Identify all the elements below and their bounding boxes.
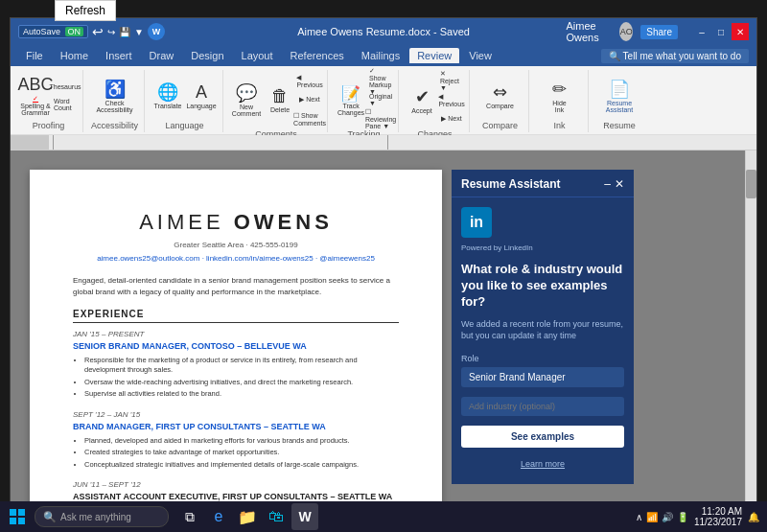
title-bar: AutoSave ON ↩ ↪ 💾 ▼ W Aimee Owens Resume… bbox=[11, 18, 756, 45]
show-comments-button[interactable]: ☐ Show Comments bbox=[298, 110, 321, 127]
word-count-button[interactable]: Word Count bbox=[54, 96, 77, 113]
linkedin-logo: in bbox=[461, 207, 492, 238]
refresh-button[interactable]: Refresh bbox=[55, 0, 116, 21]
document-paper[interactable]: AIMEE OWENS Greater Seattle Area · 425-5… bbox=[30, 170, 442, 503]
taskbar-right: ∧ 📶 🔊 🔋 11:20 AM 11/23/2017 🔔 bbox=[636, 506, 763, 527]
tab-design[interactable]: Design bbox=[183, 48, 231, 63]
ribbon-group-compare: ⇔ Compare Compare bbox=[472, 70, 529, 132]
ink-label: Ink bbox=[554, 121, 566, 130]
document-title: Aimee Owens Resume.docx - Saved bbox=[201, 26, 567, 37]
task-view-button[interactable]: ⧉ bbox=[176, 503, 203, 530]
experience-section-title: EXPERIENCE bbox=[73, 308, 399, 323]
previous-change-button[interactable]: ◀ Previous bbox=[440, 91, 463, 108]
volume-icon[interactable]: 🔊 bbox=[662, 512, 673, 522]
next-change-button[interactable]: ▶ Next bbox=[440, 110, 463, 127]
document-content[interactable]: AIMEE OWENS Greater Seattle Area · 425-5… bbox=[11, 150, 745, 503]
share-button[interactable]: Share bbox=[640, 25, 678, 39]
maximize-button[interactable]: □ bbox=[712, 23, 730, 40]
job-2-title: BRAND MANAGER, FIRST UP CONSULTANTS – SE… bbox=[73, 421, 399, 433]
network-icon[interactable]: 📶 bbox=[646, 512, 658, 522]
translate-button[interactable]: 🌐 Translate bbox=[152, 79, 183, 113]
chevron-up-icon[interactable]: ∧ bbox=[636, 512, 642, 522]
reviewing-pane-button[interactable]: ☐ Reviewing Pane ▼ bbox=[369, 110, 392, 127]
taskbar: 🔍 Ask me anything ⧉ e 📁 🛍 W ∧ 📶 🔊 🔋 11:2… bbox=[0, 501, 767, 532]
thesaurus-button[interactable]: Thesaurus bbox=[54, 78, 77, 95]
see-examples-button[interactable]: See examples bbox=[461, 426, 624, 448]
ribbon-group-changes: ✔ Accept ✕ Reject ▼ ◀ Previous ▶ Next Ch… bbox=[401, 70, 470, 132]
job-2: SEPT '12 – JAN '15 BRAND MANAGER, FIRST … bbox=[73, 409, 399, 470]
ribbon-group-comments: 💬 NewComment 🗑 Delete ◀ Previous ▶ Next … bbox=[225, 70, 328, 132]
tell-me-input[interactable]: 🔍 Tell me what you want to do bbox=[601, 49, 749, 63]
word-taskbar-icon[interactable]: W bbox=[291, 503, 318, 530]
job-1-title: SENIOR BRAND MANAGER, CONTOSO – BELLEVUE… bbox=[73, 340, 399, 353]
ruler bbox=[11, 135, 756, 150]
battery-icon: 🔋 bbox=[677, 512, 688, 522]
ribbon-tabs: File Home Insert Draw Design Layout Refe… bbox=[11, 45, 756, 66]
check-accessibility-button[interactable]: ♿ CheckAccessibility bbox=[100, 79, 130, 113]
taskbar-search[interactable]: 🔍 Ask me anything bbox=[35, 506, 169, 527]
save-icon[interactable]: 💾 bbox=[119, 27, 130, 37]
reject-button[interactable]: ✕ Reject ▼ bbox=[440, 72, 463, 89]
show-markup-button[interactable]: ✓ Show Markup ▼ bbox=[369, 72, 392, 89]
ribbon-group-accessibility: ♿ CheckAccessibility Accessibility bbox=[85, 70, 145, 132]
tab-file[interactable]: File bbox=[18, 48, 51, 63]
store-icon[interactable]: 🛍 bbox=[263, 503, 290, 530]
start-button[interactable] bbox=[4, 503, 31, 530]
compare-button[interactable]: ⇔ Compare bbox=[485, 79, 516, 113]
previous-comment-button[interactable]: ◀ Previous bbox=[298, 72, 321, 89]
job-3: JUN '11 – SEPT '12 ASSISTANT ACCOUNT EXE… bbox=[73, 479, 399, 503]
more-icon[interactable]: ▼ bbox=[134, 27, 144, 37]
next-comment-button[interactable]: ▶ Next bbox=[298, 91, 321, 108]
original-dropdown[interactable]: Original ▼ bbox=[369, 91, 392, 108]
tab-insert[interactable]: Insert bbox=[98, 48, 140, 63]
autosave-badge: AutoSave ON bbox=[18, 25, 88, 38]
accept-button[interactable]: ✔ Accept bbox=[407, 82, 437, 117]
tab-mailings[interactable]: Mailings bbox=[354, 48, 407, 63]
resume-assistant-minimize[interactable]: – bbox=[604, 177, 611, 191]
learn-more-link[interactable]: Learn more bbox=[461, 459, 624, 469]
title-bar-right: Aimee Owens AO Share – □ ✕ bbox=[567, 20, 750, 43]
tab-home[interactable]: Home bbox=[53, 48, 96, 63]
ribbon-group-language: 🌐 Translate A Language Language bbox=[147, 70, 223, 132]
resume-assistant-panel: Resume Assistant – ✕ in Powered by Linke… bbox=[452, 170, 634, 484]
delete-comment-button[interactable]: 🗑 Delete bbox=[265, 82, 295, 117]
resume-assistant-header: Resume Assistant – ✕ bbox=[452, 170, 634, 197]
proofing-label: Proofing bbox=[33, 121, 65, 130]
language-button[interactable]: A Language bbox=[186, 79, 217, 113]
search-icon: 🔍 bbox=[43, 511, 57, 523]
hide-ink-button[interactable]: ✏ HideInk bbox=[545, 79, 575, 113]
notification-icon[interactable]: 🔔 bbox=[748, 512, 759, 522]
ribbon-group-proofing: ABC ✓ Spelling &Grammar Thesaurus Word C… bbox=[14, 70, 83, 132]
undo-icon[interactable]: ↩ bbox=[92, 24, 104, 39]
close-button[interactable]: ✕ bbox=[732, 23, 749, 40]
vertical-scrollbar[interactable] bbox=[745, 150, 756, 503]
spelling-grammar-button[interactable]: ABC ✓ Spelling &Grammar bbox=[20, 79, 51, 113]
windows-logo bbox=[10, 509, 25, 524]
tab-references[interactable]: References bbox=[283, 48, 352, 63]
office-button[interactable]: W bbox=[148, 23, 165, 40]
document-area: AIMEE OWENS Greater Seattle Area · 425-5… bbox=[11, 150, 756, 503]
accessibility-label: Accessibility bbox=[91, 121, 138, 130]
search-placeholder: Ask me anything bbox=[60, 512, 131, 522]
job-2-dates: SEPT '12 – JAN '15 bbox=[73, 409, 399, 420]
tab-draw[interactable]: Draw bbox=[142, 48, 182, 63]
tab-review[interactable]: Review bbox=[409, 48, 459, 63]
role-value: Senior Brand Manager bbox=[461, 367, 624, 387]
file-explorer-icon[interactable]: 📁 bbox=[234, 503, 261, 530]
system-clock[interactable]: 11:20 AM 11/23/2017 bbox=[694, 506, 742, 527]
track-changes-button[interactable]: 📝 TrackChanges bbox=[336, 82, 366, 117]
tab-layout[interactable]: Layout bbox=[234, 48, 281, 63]
industry-input[interactable] bbox=[461, 397, 624, 416]
redo-icon[interactable]: ↪ bbox=[107, 27, 115, 37]
edge-icon[interactable]: e bbox=[205, 503, 232, 530]
minimize-button[interactable]: – bbox=[693, 23, 710, 40]
resume-assistant-close[interactable]: ✕ bbox=[615, 177, 624, 191]
ra-question: What role & industry would you like to s… bbox=[461, 262, 624, 311]
ribbon-content: ABC ✓ Spelling &Grammar Thesaurus Word C… bbox=[11, 66, 756, 135]
resume-assistant-button[interactable]: 📄 ResumeAssistant bbox=[604, 79, 635, 113]
compare-label: Compare bbox=[482, 121, 518, 130]
ra-description: We added a recent role from your resume,… bbox=[461, 318, 624, 342]
tab-view[interactable]: View bbox=[461, 48, 500, 63]
resume-assistant-title: Resume Assistant bbox=[461, 177, 561, 191]
new-comment-button[interactable]: 💬 NewComment bbox=[231, 82, 262, 117]
